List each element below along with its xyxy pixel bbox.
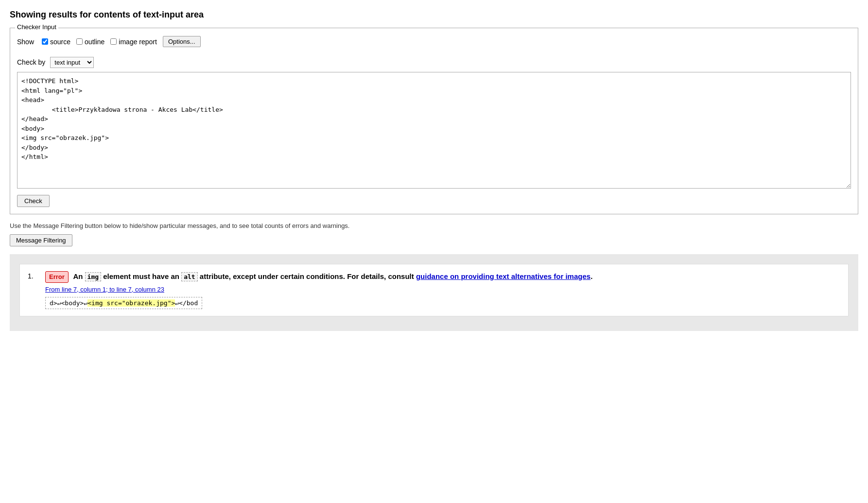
result-text-2: element must have an: [103, 272, 181, 280]
result-text-3: attribute, except under certain conditio…: [200, 272, 416, 280]
check-button[interactable]: Check: [17, 195, 50, 207]
result-text-1: An: [73, 272, 85, 280]
result-location-link[interactable]: From line 7, column 1; to line 7, column…: [45, 286, 840, 293]
show-row: Show source outline image report Options…: [17, 36, 851, 47]
source-checkbox[interactable]: [42, 38, 48, 45]
result-item: 1. Error An img element must have an alt…: [19, 264, 849, 316]
filter-info-text: Use the Message Filtering button below t…: [10, 222, 858, 229]
outline-checkbox-text: outline: [85, 38, 104, 46]
source-checkbox-text: source: [50, 38, 70, 46]
message-filtering-button[interactable]: Message Filtering: [10, 234, 72, 246]
check-by-select[interactable]: text input URL file upload: [50, 57, 94, 68]
result-main-text: Error An img element must have an alt at…: [45, 271, 840, 283]
result-number: 1.: [28, 272, 37, 280]
page-wrapper: Showing results for contents of text-inp…: [0, 0, 868, 350]
error-badge: Error: [45, 271, 69, 283]
image-report-checkbox-text: image report: [119, 38, 157, 46]
show-label: Show: [17, 38, 34, 46]
result-code-alt: alt: [181, 272, 197, 281]
result-period: .: [590, 272, 592, 280]
results-section: 1. Error An img element must have an alt…: [10, 254, 858, 331]
image-report-checkbox-label[interactable]: image report: [110, 38, 157, 46]
check-by-row: Check by text input URL file upload: [17, 57, 851, 68]
outline-checkbox[interactable]: [76, 38, 83, 45]
options-button[interactable]: Options...: [163, 36, 201, 47]
result-code-highlight: <img src="obrazek.jpg">: [87, 299, 175, 307]
outline-checkbox-label[interactable]: outline: [76, 38, 104, 46]
result-code-img: img: [85, 272, 101, 281]
page-title: Showing results for contents of text-inp…: [10, 10, 858, 20]
result-code-snippet: d>↵<body>↵<img src="obrazek.jpg">↵</bod: [45, 297, 202, 309]
html-input-textarea[interactable]: [17, 72, 851, 189]
checker-input-legend: Checker Input: [15, 23, 58, 31]
result-guidance-link[interactable]: guidance on providing text alternatives …: [416, 272, 590, 280]
source-checkbox-label[interactable]: source: [42, 38, 70, 46]
checker-input-section: Checker Input Show source outline image …: [10, 28, 858, 214]
image-report-checkbox[interactable]: [110, 38, 117, 45]
result-content: Error An img element must have an alt at…: [45, 271, 840, 309]
check-by-label: Check by: [17, 58, 45, 66]
